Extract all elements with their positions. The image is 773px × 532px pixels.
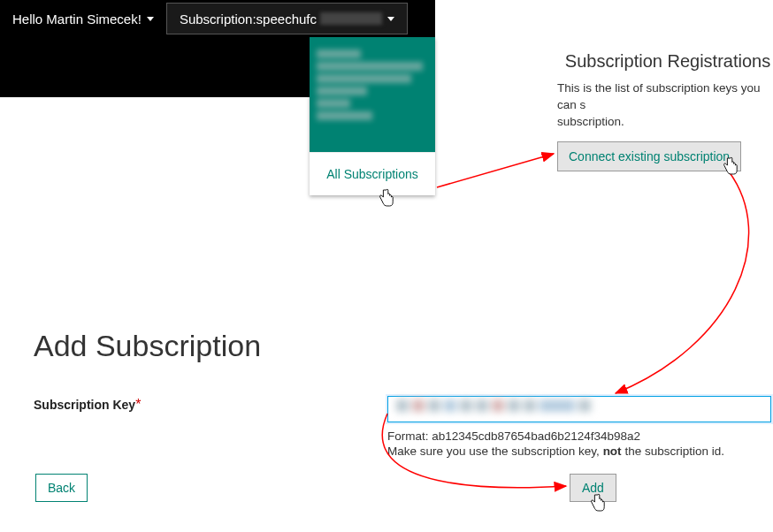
topbar-extension bbox=[0, 37, 310, 97]
hint-not: not bbox=[603, 445, 622, 458]
subscription-dropdown-panel: All Subscriptions bbox=[310, 37, 435, 195]
subscription-prefix: Subscription: bbox=[180, 11, 256, 27]
dropdown-body bbox=[310, 37, 435, 152]
user-greeting-dropdown[interactable]: Hello Martin Simecek! bbox=[0, 0, 166, 37]
connect-btn-label: Connect existing subscription bbox=[569, 149, 730, 163]
chevron-down-icon bbox=[147, 17, 154, 21]
svg-line-1 bbox=[437, 154, 554, 187]
add-subscription-section: Add Subscription Subscription Key* bbox=[34, 329, 261, 413]
hint-post: the subscription id. bbox=[622, 445, 724, 458]
topbar: Hello Martin Simecek! Subscription: spee… bbox=[0, 0, 435, 37]
registrations-desc: This is the list of subscription keys yo… bbox=[557, 80, 773, 131]
add-subscription-title: Add Subscription bbox=[34, 329, 261, 363]
subscription-key-label: Subscription Key bbox=[34, 398, 135, 412]
all-subscriptions-label: All Subscriptions bbox=[326, 167, 418, 181]
key-hint: Make sure you use the subscription key, … bbox=[387, 445, 773, 458]
registrations-desc-line1: This is the list of subscription keys yo… bbox=[557, 81, 761, 111]
greeting-text: Hello Martin Simecek! bbox=[12, 11, 142, 27]
connect-existing-subscription-button[interactable]: Connect existing subscription bbox=[557, 141, 741, 171]
subscription-name-blurred bbox=[320, 12, 382, 25]
required-indicator: * bbox=[135, 397, 141, 412]
all-subscriptions-link[interactable]: All Subscriptions bbox=[310, 152, 435, 195]
dropdown-blurred-content bbox=[317, 46, 428, 143]
form-area: Format: ab12345cdb87654bad6b2124f34b98a2… bbox=[387, 396, 773, 458]
subscription-name: speechufc bbox=[256, 11, 317, 27]
chevron-down-icon bbox=[387, 17, 394, 21]
subscription-key-label-row: Subscription Key* bbox=[34, 397, 261, 413]
back-btn-label: Back bbox=[48, 481, 75, 495]
input-blurred-content bbox=[396, 399, 591, 412]
format-value: ab12345cdb87654bad6b2124f34b98a2 bbox=[432, 429, 640, 443]
add-button[interactable]: Add bbox=[570, 474, 616, 502]
subscription-dropdown[interactable]: Subscription: speechufc bbox=[166, 3, 408, 34]
format-label: Format: bbox=[387, 429, 432, 443]
add-btn-label: Add bbox=[582, 481, 604, 495]
format-hint: Format: ab12345cdb87654bad6b2124f34b98a2 bbox=[387, 429, 773, 443]
registrations-title: Subscription Registrations bbox=[557, 51, 773, 72]
registrations-desc-line2: subscription. bbox=[557, 115, 624, 128]
hint-pre: Make sure you use the subscription key, bbox=[387, 445, 603, 458]
back-button[interactable]: Back bbox=[35, 474, 88, 502]
subscription-registrations-panel: Subscription Registrations This is the l… bbox=[557, 51, 773, 171]
